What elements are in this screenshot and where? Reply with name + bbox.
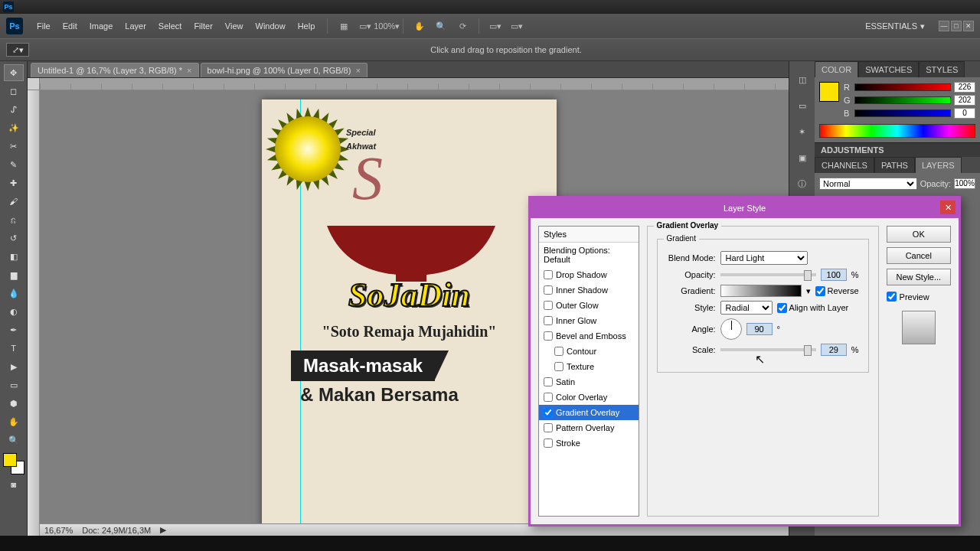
panel-tab-swatches[interactable]: SWATCHES xyxy=(858,61,919,77)
style-item-drop-shadow[interactable]: Drop Shadow xyxy=(539,267,639,282)
horizontal-ruler[interactable] xyxy=(40,78,789,90)
opacity-input[interactable] xyxy=(821,269,847,281)
workspace-switcher[interactable]: ESSENTIALS▾ xyxy=(859,18,931,34)
zoom-icon[interactable]: 🔍 xyxy=(433,18,449,34)
panel-tab-color[interactable]: COLOR xyxy=(815,61,858,77)
style-item-inner-glow[interactable]: Inner Glow xyxy=(539,313,639,328)
scale-input[interactable] xyxy=(821,344,847,356)
dialog-close-button[interactable]: ✕ xyxy=(940,201,956,214)
3d-tool-icon[interactable]: ⬢ xyxy=(4,395,24,412)
r-slider[interactable] xyxy=(854,83,951,91)
style-checkbox[interactable] xyxy=(554,362,564,371)
brush-tool-icon[interactable]: 🖌 xyxy=(4,193,24,210)
style-checkbox[interactable] xyxy=(544,423,553,432)
style-checkbox[interactable] xyxy=(544,439,553,448)
style-item-satin[interactable]: Satin xyxy=(539,374,639,390)
marquee-tool-icon[interactable]: ◻ xyxy=(4,83,24,99)
style-item-blending-options-default[interactable]: Blending Options: Default xyxy=(539,243,639,267)
style-item-texture[interactable]: Texture xyxy=(539,359,639,374)
menu-layer[interactable]: Layer xyxy=(119,18,152,34)
align-checkbox[interactable] xyxy=(777,303,787,313)
artboard[interactable]: Special Akhwat S SoJaDin "Soto Remaja Mu… xyxy=(262,99,557,528)
healing-tool-icon[interactable]: ✚ xyxy=(4,174,24,191)
menu-select[interactable]: Select xyxy=(152,18,188,34)
panel-tab-channels[interactable]: CHANNELS xyxy=(815,157,874,173)
r-value[interactable]: 226 xyxy=(954,82,975,93)
path-select-icon[interactable]: ▶ xyxy=(4,358,24,375)
spectrum-picker[interactable] xyxy=(819,124,975,138)
style-select[interactable]: Radial xyxy=(720,301,773,315)
cancel-button[interactable]: Cancel xyxy=(887,247,951,264)
style-item-pattern-overlay[interactable]: Pattern Overlay xyxy=(539,420,639,435)
gradient-tool-icon[interactable]: ▆ xyxy=(4,266,24,283)
b-value[interactable]: 0 xyxy=(954,108,975,119)
color-swatch[interactable] xyxy=(819,82,839,102)
menu-view[interactable]: View xyxy=(219,18,250,34)
style-checkbox[interactable] xyxy=(544,331,553,341)
style-item-inner-shadow[interactable]: Inner Shadow xyxy=(539,282,639,298)
stamp-tool-icon[interactable]: ⎌ xyxy=(4,211,24,228)
shape-tool-icon[interactable]: ▭ xyxy=(4,377,24,393)
g-slider[interactable] xyxy=(854,96,951,104)
layer-opacity-value[interactable]: 100% xyxy=(954,178,975,189)
blur-tool-icon[interactable]: 💧 xyxy=(4,285,24,302)
style-checkbox[interactable] xyxy=(554,347,564,356)
close-icon[interactable]: × xyxy=(355,66,360,75)
crop-tool-icon[interactable]: ✂ xyxy=(4,138,24,155)
style-checkbox[interactable] xyxy=(544,316,553,325)
ok-button[interactable]: OK xyxy=(887,226,951,243)
menu-window[interactable]: Window xyxy=(250,18,292,34)
wand-tool-icon[interactable]: ✨ xyxy=(4,119,24,136)
angle-input[interactable] xyxy=(746,323,773,335)
zoom-level-icon[interactable]: 100%▾ xyxy=(379,18,394,34)
clone-source-icon[interactable]: ▣ xyxy=(795,150,810,165)
rotate-view-icon[interactable]: ⟳ xyxy=(455,18,470,34)
style-item-color-overlay[interactable]: Color Overlay xyxy=(539,390,639,405)
zoom-tool-icon[interactable]: 🔍 xyxy=(4,432,24,448)
document-tab[interactable]: bowl-hi.png @ 100% (Layer 0, RGB/8)× xyxy=(201,63,368,77)
panel-tab-layers[interactable]: LAYERS xyxy=(915,157,962,173)
type-tool-icon[interactable]: T xyxy=(4,340,24,357)
dodge-tool-icon[interactable]: ◐ xyxy=(4,303,24,320)
brush-preset-icon[interactable]: ✶ xyxy=(795,124,810,139)
minimize-button[interactable]: — xyxy=(939,21,949,31)
history-brush-icon[interactable]: ↺ xyxy=(4,230,24,246)
foreground-color[interactable] xyxy=(3,453,17,467)
reverse-checkbox[interactable] xyxy=(815,286,825,296)
document-tab[interactable]: Untitled-1 @ 16,7% (Layer 3, RGB/8) *× xyxy=(31,63,199,77)
histogram-icon[interactable]: ◫ xyxy=(795,72,810,87)
close-icon[interactable]: × xyxy=(187,66,191,75)
style-item-gradient-overlay[interactable]: Gradient Overlay xyxy=(539,405,639,420)
opacity-slider[interactable] xyxy=(720,273,816,276)
adjustments-panel-header[interactable]: ADJUSTMENTS xyxy=(815,142,980,157)
dialog-titlebar[interactable]: Layer Style ✕ xyxy=(531,198,959,218)
move-tool-icon[interactable]: ✥ xyxy=(4,64,24,81)
arrange-documents-icon[interactable]: ▭▾ xyxy=(358,18,373,34)
layer-blend-mode[interactable]: Normal xyxy=(819,178,917,190)
launch-bridge-icon[interactable]: ▦ xyxy=(336,18,351,34)
g-value[interactable]: 202 xyxy=(954,95,975,106)
style-item-stroke[interactable]: Stroke xyxy=(539,435,639,451)
preview-checkbox[interactable] xyxy=(887,292,897,302)
zoom-readout[interactable]: 16,67% xyxy=(44,526,73,535)
navigator-icon[interactable]: ▭ xyxy=(795,98,810,113)
new-style-button[interactable]: New Style... xyxy=(887,269,951,285)
gradient-preview[interactable] xyxy=(720,285,802,297)
blend-mode-select[interactable]: Hard Light xyxy=(720,251,808,265)
hand-icon[interactable]: ✋ xyxy=(412,18,427,34)
style-item-contour[interactable]: Contour xyxy=(539,344,639,359)
menu-file[interactable]: File xyxy=(31,18,57,34)
eyedropper-tool-icon[interactable]: ✎ xyxy=(4,156,24,173)
quickmask-icon[interactable]: ◙ xyxy=(4,476,24,493)
style-item-bevel-and-emboss[interactable]: Bevel and Emboss xyxy=(539,328,639,344)
style-checkbox[interactable] xyxy=(544,408,553,417)
b-slider[interactable] xyxy=(854,109,951,117)
menu-image[interactable]: Image xyxy=(83,18,119,34)
styles-list-header[interactable]: Styles xyxy=(539,227,639,243)
info-icon[interactable]: ⓘ xyxy=(795,176,810,191)
screen-mode-icon[interactable]: ▭▾ xyxy=(488,18,503,34)
eraser-tool-icon[interactable]: ◧ xyxy=(4,248,24,265)
menu-help[interactable]: Help xyxy=(292,18,322,34)
angle-dial[interactable] xyxy=(720,318,742,340)
style-item-outer-glow[interactable]: Outer Glow xyxy=(539,298,639,313)
